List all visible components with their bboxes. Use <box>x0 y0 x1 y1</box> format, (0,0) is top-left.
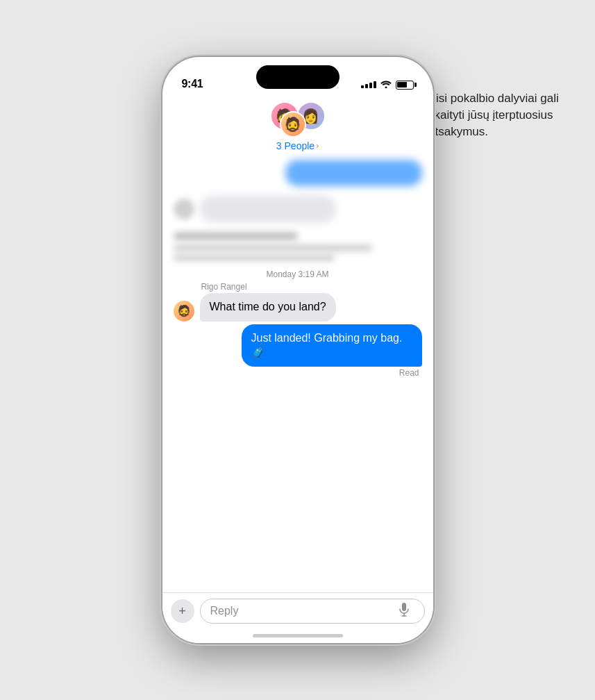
chevron-right-icon: › <box>316 141 319 151</box>
conversation-header[interactable]: 🧑 👩 🧔 3 People › <box>162 94 433 157</box>
group-count: 3 People <box>276 140 315 151</box>
sent-bubble: Just landed! Grabbing my bag. 🧳 <box>242 324 422 367</box>
received-bubble: What time do you land? <box>200 293 336 322</box>
group-avatars: 🧑 👩 🧔 <box>270 101 326 138</box>
blurred-sent-bubble <box>285 160 422 186</box>
message-timestamp: Monday 3:19 AM <box>162 269 433 279</box>
scene: Visi pokalbio dalyviai gali skaityti jūs… <box>0 0 595 700</box>
message-group-received: Rigo Rangel 🧔 What time do you land? <box>174 282 422 322</box>
battery-icon <box>396 81 414 90</box>
message-group-sent: Just landed! Grabbing my bag. 🧳 Read <box>174 324 422 378</box>
status-time: 9:41 <box>182 78 203 90</box>
battery-fill <box>397 82 407 88</box>
group-people-label[interactable]: 3 People › <box>276 140 319 151</box>
svg-rect-0 <box>402 603 406 611</box>
blurred-received-bubble <box>200 196 337 222</box>
blurred-avatar <box>174 199 194 219</box>
read-receipt: Read <box>174 368 419 378</box>
blurred-messages-top <box>162 157 433 192</box>
sender-name: Rigo Rangel <box>201 282 422 292</box>
mic-icon[interactable] <box>399 603 409 619</box>
phone-frame: 9:41 <box>162 57 433 643</box>
home-indicator <box>253 634 343 638</box>
sender-avatar: 🧔 <box>174 301 194 322</box>
reply-placeholder: Reply <box>210 605 239 617</box>
avatar-3: 🧔 <box>280 111 306 138</box>
status-icons <box>361 79 414 90</box>
annotation-text: Visi pokalbio dalyviai gali skaityti jūs… <box>428 90 581 140</box>
message-row-sent: Just landed! Grabbing my bag. 🧳 <box>174 324 422 367</box>
reply-input-container[interactable]: Reply <box>200 599 425 624</box>
message-row-received: 🧔 What time do you land? <box>174 293 422 322</box>
wifi-icon <box>380 79 392 90</box>
messages-content: 🧑 👩 🧔 3 People › <box>162 94 433 643</box>
messages-list: Rigo Rangel 🧔 What time do you land? Jus… <box>162 282 433 378</box>
plus-icon: + <box>178 604 186 619</box>
add-button[interactable]: + <box>171 599 194 623</box>
blurred-received-row-1 <box>162 193 433 225</box>
signal-icon <box>361 81 376 88</box>
dynamic-island <box>256 65 340 89</box>
